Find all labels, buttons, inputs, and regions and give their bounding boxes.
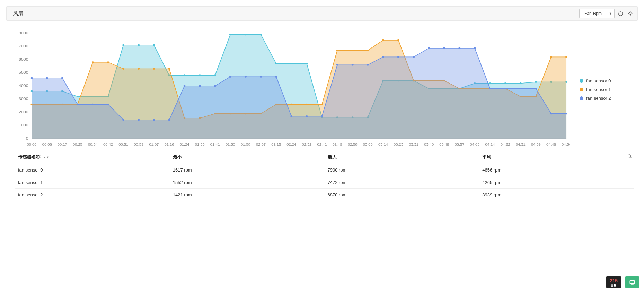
cell-name: fan sensor 0 <box>15 164 170 176</box>
svg-text:02:49: 02:49 <box>333 143 342 146</box>
legend-item[interactable]: fan sensor 1 <box>580 87 636 92</box>
cell-max: 6870 rpm <box>325 189 480 201</box>
svg-point-136 <box>306 115 308 117</box>
svg-text:01:50: 01:50 <box>226 143 235 146</box>
col-name-label: 传感器名称 <box>18 154 41 159</box>
svg-text:02:32: 02:32 <box>302 143 311 146</box>
sensor-table: 传感器名称 ▲▼ 最小 最大 平均 fan sensor 01617 rpm79… <box>15 150 634 201</box>
svg-point-120 <box>61 77 63 79</box>
svg-point-106 <box>397 39 399 41</box>
cell-max: 7472 rpm <box>325 176 480 189</box>
svg-point-140 <box>367 64 369 66</box>
cell-name: fan sensor 1 <box>15 176 170 189</box>
svg-point-86 <box>92 61 94 63</box>
svg-point-142 <box>397 56 399 58</box>
svg-point-99 <box>290 104 292 105</box>
svg-point-56 <box>184 74 186 76</box>
svg-point-89 <box>138 68 140 70</box>
metric-dropdown[interactable]: Fan-Rpm ▼ <box>579 9 615 18</box>
svg-text:01:33: 01:33 <box>195 143 205 146</box>
chevron-down-icon: ▼ <box>607 9 614 18</box>
svg-text:00:08: 00:08 <box>42 143 52 146</box>
cell-min: 1421 rpm <box>170 189 325 201</box>
svg-text:04:22: 04:22 <box>501 143 510 146</box>
refresh-button[interactable] <box>617 10 624 17</box>
svg-text:02:41: 02:41 <box>317 143 327 146</box>
svg-text:00:00: 00:00 <box>27 143 37 146</box>
svg-point-102 <box>336 50 338 51</box>
svg-point-147 <box>474 47 476 49</box>
svg-point-104 <box>367 50 369 51</box>
cell-name: fan sensor 2 <box>15 189 170 201</box>
svg-point-79 <box>535 81 537 83</box>
table-row[interactable]: fan sensor 11552 rpm7472 rpm4265 rpm <box>15 176 634 189</box>
svg-text:00:59: 00:59 <box>134 143 143 146</box>
panel-actions: Fan-Rpm ▼ <box>579 9 634 18</box>
svg-point-105 <box>382 39 384 41</box>
svg-point-153 <box>565 113 567 114</box>
cell-avg: 4265 rpm <box>479 176 634 189</box>
cell-avg: 3939 rpm <box>479 189 634 201</box>
svg-point-121 <box>77 104 79 105</box>
svg-text:03:31: 03:31 <box>409 143 418 146</box>
table-row[interactable]: fan sensor 01617 rpm7900 rpm4656 rpm <box>15 164 634 176</box>
svg-text:01:41: 01:41 <box>210 143 220 146</box>
svg-point-58 <box>214 74 216 76</box>
cell-min: 1617 rpm <box>170 164 325 176</box>
svg-text:04:56: 04:56 <box>562 143 570 146</box>
svg-text:6000: 6000 <box>19 58 28 61</box>
svg-point-54 <box>153 44 155 46</box>
svg-point-87 <box>107 61 109 63</box>
svg-point-78 <box>520 82 522 84</box>
col-avg-header[interactable]: 平均 <box>479 150 634 164</box>
svg-point-60 <box>245 34 247 35</box>
svg-point-52 <box>122 44 124 46</box>
pin-icon <box>628 11 633 16</box>
fan-chart[interactable]: 01000200030004000500060007000800000:0000… <box>11 30 570 148</box>
svg-text:0: 0 <box>26 137 28 140</box>
svg-point-128 <box>184 85 186 87</box>
chart-legend: fan sensor 0fan sensor 1fan sensor 2 <box>570 30 636 148</box>
svg-point-148 <box>489 88 491 89</box>
svg-text:02:07: 02:07 <box>256 143 266 146</box>
svg-point-116 <box>550 56 552 58</box>
svg-text:2000: 2000 <box>19 110 28 114</box>
pin-button[interactable] <box>626 10 634 17</box>
sort-icon: ▲▼ <box>43 156 50 159</box>
svg-point-77 <box>504 82 506 84</box>
svg-point-91 <box>168 68 170 70</box>
search-icon <box>627 154 632 159</box>
svg-point-49 <box>77 96 79 97</box>
svg-point-151 <box>535 88 537 89</box>
legend-item[interactable]: fan sensor 2 <box>580 96 636 101</box>
svg-point-119 <box>46 77 48 79</box>
svg-text:01:58: 01:58 <box>241 143 250 146</box>
cell-avg: 4656 rpm <box>479 164 634 176</box>
col-max-header[interactable]: 最大 <box>325 150 480 164</box>
svg-text:02:15: 02:15 <box>271 143 281 146</box>
svg-text:04:14: 04:14 <box>485 143 495 146</box>
svg-point-143 <box>413 56 415 58</box>
svg-text:03:40: 03:40 <box>424 143 434 146</box>
col-name-header[interactable]: 传感器名称 ▲▼ <box>15 150 170 164</box>
svg-text:03:14: 03:14 <box>378 143 388 146</box>
svg-text:01:16: 01:16 <box>165 143 174 146</box>
legend-label: fan sensor 2 <box>586 96 611 101</box>
svg-point-122 <box>92 104 94 105</box>
svg-point-138 <box>336 64 338 66</box>
svg-point-129 <box>199 85 201 87</box>
svg-point-100 <box>306 104 308 105</box>
svg-text:04:48: 04:48 <box>546 143 556 146</box>
svg-point-137 <box>321 115 323 117</box>
table-search-button[interactable] <box>627 154 632 160</box>
svg-point-149 <box>504 88 506 89</box>
svg-point-131 <box>229 76 231 78</box>
legend-dot-icon <box>580 88 583 91</box>
chart-block: 01000200030004000500060007000800000:0000… <box>6 24 638 150</box>
svg-point-61 <box>260 34 262 35</box>
svg-point-146 <box>458 47 460 49</box>
svg-point-135 <box>290 115 292 117</box>
legend-item[interactable]: fan sensor 0 <box>580 78 636 84</box>
table-row[interactable]: fan sensor 21421 rpm6870 rpm3939 rpm <box>15 189 634 201</box>
col-min-header[interactable]: 最小 <box>170 150 325 164</box>
